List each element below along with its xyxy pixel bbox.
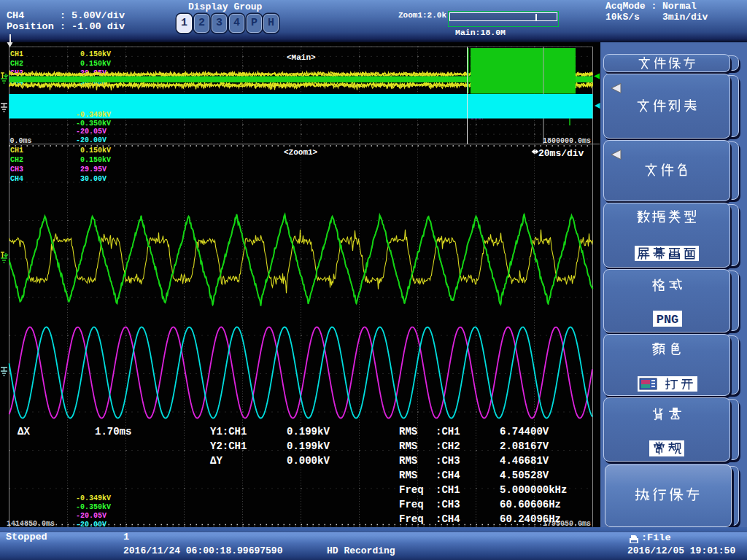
svg-text:<Zoom1>: <Zoom1> <box>284 148 318 157</box>
svg-text:Y1:CH1: Y1:CH1 <box>210 426 247 438</box>
svg-text:0.150kV: 0.150kV <box>80 147 111 155</box>
svg-text:0.199kV: 0.199kV <box>287 426 330 438</box>
svg-text::CH2: :CH2 <box>436 440 460 452</box>
svg-text:0.0ms: 0.0ms <box>10 137 32 145</box>
svg-text:60.60606Hz: 60.60606Hz <box>500 499 561 510</box>
svg-text:4.46681V: 4.46681V <box>500 455 549 467</box>
svg-text:RMS: RMS <box>399 455 417 467</box>
svg-text:-20.00V: -20.00V <box>76 521 107 528</box>
svg-text:-20.05V: -20.05V <box>76 512 107 520</box>
svg-text:-0.350kV: -0.350kV <box>76 503 111 511</box>
svg-text:CH1: CH1 <box>10 147 23 155</box>
svg-text:0.199kV: 0.199kV <box>287 440 330 452</box>
svg-text:CH3: CH3 <box>10 166 23 174</box>
svg-text:-0.349kV: -0.349kV <box>76 111 111 119</box>
svg-text:Freq: Freq <box>399 484 424 496</box>
svg-text::CH4: :CH4 <box>436 470 460 481</box>
svg-text:0.000kV: 0.000kV <box>287 455 330 467</box>
svg-text:CH4: CH4 <box>10 175 23 183</box>
svg-text:<Main>: <Main> <box>287 53 316 62</box>
svg-text:1.70ms: 1.70ms <box>95 426 131 438</box>
svg-text:6.74400V: 6.74400V <box>500 426 549 438</box>
svg-text:ΔY: ΔY <box>210 455 222 467</box>
svg-text:1800000.0ms: 1800000.0ms <box>543 137 591 145</box>
svg-text::CH1: :CH1 <box>436 426 460 438</box>
svg-text:30.00V: 30.00V <box>80 175 107 183</box>
svg-text:0.150kV: 0.150kV <box>80 156 111 164</box>
svg-text:-0.350kV: -0.350kV <box>76 120 111 128</box>
svg-text:60.24096Hz: 60.24096Hz <box>500 513 561 525</box>
svg-text:2.08167V: 2.08167V <box>500 440 549 452</box>
svg-text::CH3: :CH3 <box>436 499 460 510</box>
svg-text::CH4: :CH4 <box>436 513 460 525</box>
svg-text::CH3: :CH3 <box>436 455 460 467</box>
svg-text:CH2: CH2 <box>10 156 23 164</box>
svg-text:-0.349kV: -0.349kV <box>76 494 111 502</box>
svg-text:5.000000kHz: 5.000000kHz <box>500 484 567 496</box>
svg-text:-20.05V: -20.05V <box>76 128 107 136</box>
svg-text::CH1: :CH1 <box>436 484 460 496</box>
svg-text:Y2:CH1: Y2:CH1 <box>210 440 247 452</box>
svg-text:4.50528V: 4.50528V <box>500 470 549 481</box>
svg-text:0.150kV: 0.150kV <box>80 50 111 58</box>
svg-text:29.95V: 29.95V <box>80 166 107 174</box>
svg-text:RMS: RMS <box>399 426 417 438</box>
svg-text:RMS: RMS <box>399 440 417 452</box>
svg-text:-20.00V: -20.00V <box>76 136 107 144</box>
svg-text:CH2: CH2 <box>10 60 23 68</box>
svg-text:20ms/div: 20ms/div <box>538 148 584 159</box>
svg-text:1414850.0ms: 1414850.0ms <box>7 520 55 527</box>
svg-text:ΔX: ΔX <box>18 426 30 438</box>
svg-text:Freq: Freq <box>399 513 424 525</box>
svg-text:RMS: RMS <box>399 470 417 481</box>
svg-text:CH1: CH1 <box>10 50 23 58</box>
svg-text:0.150kV: 0.150kV <box>80 60 111 68</box>
svg-text:Freq: Freq <box>399 499 424 510</box>
